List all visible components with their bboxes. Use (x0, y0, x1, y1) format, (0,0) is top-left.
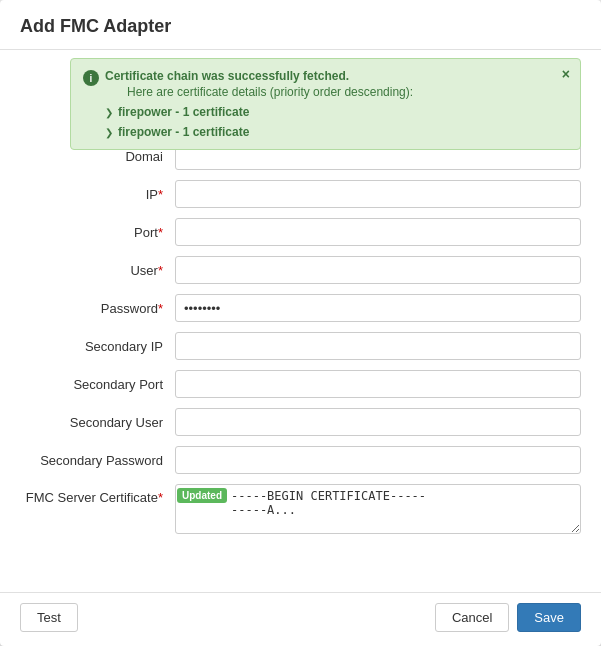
secondary-user-input[interactable] (175, 408, 581, 436)
notification-banner: i Certificate chain was successfully fet… (70, 58, 581, 150)
password-input[interactable] (175, 294, 581, 322)
secondary-port-row: Secondary Port 14833 (20, 370, 581, 398)
port-row: Port* 14733 (20, 218, 581, 246)
user-input[interactable]: rest (175, 256, 581, 284)
fmc-cert-row: FMC Server Certificate* Updated -----BEG… (20, 484, 581, 537)
ip-row: IP* firepower (20, 180, 581, 208)
fmc-cert-label: FMC Server Certificate* (20, 484, 175, 505)
cert-item-2: ❯ firepower - 1 certificate (105, 125, 550, 139)
cancel-button[interactable]: Cancel (435, 603, 509, 632)
secondary-ip-label: Secondary IP (20, 339, 175, 354)
secondary-user-label: Secondary User (20, 415, 175, 430)
secondary-password-input[interactable] (175, 446, 581, 474)
secondary-port-input[interactable]: 14833 (175, 370, 581, 398)
cert-link-2[interactable]: firepower - 1 certificate (118, 125, 249, 139)
info-icon: i (83, 70, 99, 86)
test-button[interactable]: Test (20, 603, 78, 632)
add-fmc-adapter-dialog: Add FMC Adapter i Certificate chain was … (0, 0, 601, 646)
save-button[interactable]: Save (517, 603, 581, 632)
cert-link-1[interactable]: firepower - 1 certificate (118, 105, 249, 119)
dialog-body: i Certificate chain was successfully fet… (0, 50, 601, 592)
user-label: User* (20, 263, 175, 278)
user-row: User* rest (20, 256, 581, 284)
cert-item-1: ❯ firepower - 1 certificate (105, 105, 550, 119)
password-label: Password* (20, 301, 175, 316)
chevron-right-icon-2: ❯ (105, 127, 113, 138)
notification-header: i Certificate chain was successfully fet… (83, 69, 550, 99)
secondary-ip-row: Secondary IP firepower (20, 332, 581, 360)
password-row: Password* (20, 294, 581, 322)
secondary-password-label: Secondary Password (20, 453, 175, 468)
secondary-port-label: Secondary Port (20, 377, 175, 392)
footer-right-actions: Cancel Save (435, 603, 581, 632)
dialog-footer: Test Cancel Save (0, 592, 601, 646)
port-label: Port* (20, 225, 175, 240)
port-input[interactable]: 14733 (175, 218, 581, 246)
secondary-password-row: Secondary Password (20, 446, 581, 474)
ip-input[interactable]: firepower (175, 180, 581, 208)
domain-label: Domai (20, 149, 175, 164)
ip-label: IP* (20, 187, 175, 202)
secondary-user-row: Secondary User (20, 408, 581, 436)
notification-subtitle: Here are certificate details (priority o… (127, 85, 413, 99)
updated-badge: Updated (177, 488, 227, 503)
notification-close-button[interactable]: × (562, 67, 570, 81)
cert-input-container: Updated -----BEGIN CERTIFICATE----- ----… (175, 484, 581, 537)
chevron-right-icon: ❯ (105, 107, 113, 118)
fmc-cert-textarea[interactable]: -----BEGIN CERTIFICATE----- -----A... (175, 484, 581, 534)
dialog-title: Add FMC Adapter (0, 0, 601, 50)
secondary-ip-input[interactable]: firepower (175, 332, 581, 360)
notification-title: Certificate chain was successfully fetch… (105, 69, 413, 83)
